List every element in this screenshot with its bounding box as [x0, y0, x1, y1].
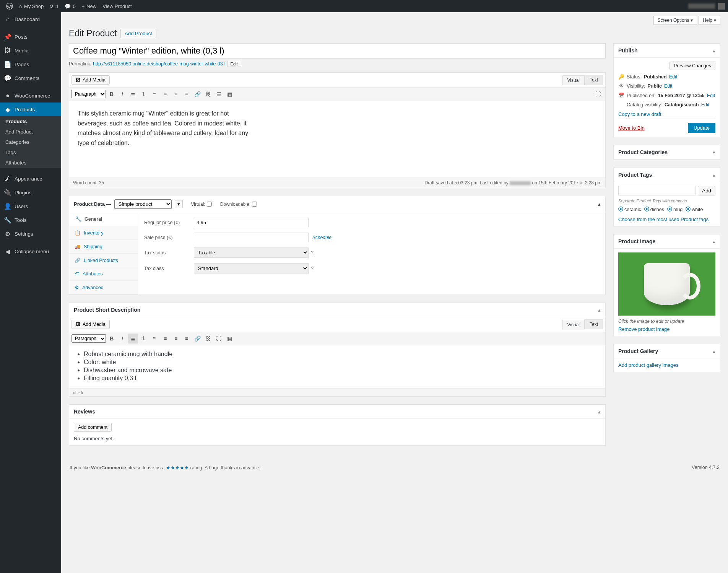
menu-woocommerce[interactable]: ●WooCommerce: [0, 89, 61, 103]
edit-status-link[interactable]: Edit: [669, 74, 678, 80]
tax-status-select[interactable]: Taxable: [194, 247, 309, 258]
link-button[interactable]: 🔗: [192, 89, 202, 99]
user-avatar[interactable]: [718, 3, 725, 10]
menu-comments[interactable]: 💬Comments: [0, 71, 61, 85]
menu-appearance[interactable]: 🖌Appearance: [0, 172, 61, 186]
toggle-icon[interactable]: [598, 409, 601, 415]
unlink-button[interactable]: ⛓: [203, 89, 213, 99]
pd-tab-general[interactable]: 🔧General: [69, 212, 138, 226]
permalink-edit-button[interactable]: Edit: [227, 61, 241, 67]
menu-tools[interactable]: 🔧Tools: [0, 213, 61, 227]
numbered-list-button[interactable]: ⒈: [139, 334, 149, 343]
tag-input[interactable]: [618, 186, 696, 195]
copy-draft-link[interactable]: Copy to a new draft: [618, 111, 715, 117]
rating-link[interactable]: ★★★★★: [166, 465, 189, 470]
menu-users[interactable]: 👤Users: [0, 199, 61, 213]
edit-catalog-link[interactable]: Edit: [701, 102, 710, 107]
edit-visibility-link[interactable]: Edit: [664, 83, 673, 89]
view-product-link[interactable]: View Product: [99, 0, 135, 12]
product-type-dropdown-button[interactable]: ▾: [175, 200, 183, 208]
remove-tag-icon[interactable]: ⓧ: [644, 206, 649, 213]
add-tag-button[interactable]: Add: [698, 186, 715, 195]
toggle-icon[interactable]: [713, 150, 715, 155]
submenu-attributes[interactable]: Attributes: [0, 158, 61, 168]
align-left-button[interactable]: ≡: [160, 89, 170, 99]
update-button[interactable]: Update: [688, 123, 715, 133]
italic-button[interactable]: I: [117, 89, 127, 99]
bold-button[interactable]: B: [107, 89, 117, 99]
bold-button[interactable]: B: [107, 334, 117, 343]
tax-class-select[interactable]: Standard: [194, 263, 309, 273]
toggle-icon[interactable]: [713, 348, 715, 354]
add-media-button[interactable]: 🖼Add Media: [72, 75, 110, 85]
align-center-button[interactable]: ≡: [171, 89, 181, 99]
align-right-button[interactable]: ≡: [182, 89, 192, 99]
pd-tab-shipping[interactable]: 🚚Shipping: [69, 240, 138, 254]
menu-pages[interactable]: 📄Pages: [0, 57, 61, 71]
submenu-products-list[interactable]: Products: [0, 116, 61, 127]
menu-dashboard[interactable]: ⌂Dashboard: [0, 12, 61, 26]
menu-collapse[interactable]: ◀Collapse menu: [0, 244, 61, 258]
short-desc-add-media-button[interactable]: 🖼Add Media: [72, 320, 110, 329]
choose-tags-link[interactable]: Choose from the most used Product tags: [618, 217, 708, 222]
toolbar-toggle-button[interactable]: ▦: [224, 89, 234, 99]
link-button[interactable]: 🔗: [192, 334, 202, 343]
short-desc-visual-tab[interactable]: Visual: [562, 320, 585, 330]
new-content[interactable]: +New: [79, 0, 100, 12]
permalink-link[interactable]: http://s611185050.online.de/shop/coffee-…: [93, 61, 226, 67]
toggle-icon[interactable]: [713, 48, 715, 54]
short-desc-content-area[interactable]: Robust ceramic mug with handleColor: whi…: [69, 345, 605, 388]
blockquote-button[interactable]: ❝: [150, 89, 159, 99]
paragraph-select[interactable]: Paragraph: [72, 334, 106, 343]
submenu-add-product[interactable]: Add Product: [0, 127, 61, 137]
help-tab[interactable]: Help ▾: [699, 16, 720, 25]
italic-button[interactable]: I: [117, 334, 127, 343]
blockquote-button[interactable]: ❝: [150, 334, 159, 343]
unlink-button[interactable]: ⛓: [203, 334, 213, 343]
fullscreen-button[interactable]: ⛶: [214, 334, 224, 343]
preview-changes-button[interactable]: Preview Changes: [670, 62, 715, 70]
align-left-button[interactable]: ≡: [160, 334, 170, 343]
submenu-categories[interactable]: Categories: [0, 137, 61, 147]
help-icon[interactable]: ?: [311, 250, 314, 256]
pd-tab-advanced[interactable]: ⚙Advanced: [69, 281, 138, 295]
product-type-select[interactable]: Simple product: [114, 199, 172, 209]
toggle-icon[interactable]: [713, 239, 715, 244]
pd-tab-inventory[interactable]: 📋Inventory: [69, 226, 138, 240]
fullscreen-button[interactable]: ⛶: [593, 89, 603, 99]
short-desc-text-tab[interactable]: Text: [585, 319, 603, 329]
add-product-button[interactable]: Add Product: [120, 29, 156, 38]
editor-content-area[interactable]: This stylish ceramic mug "Winter" editio…: [69, 101, 268, 177]
screen-options-tab[interactable]: Screen Options ▾: [653, 16, 697, 25]
menu-media[interactable]: 🖼Media: [0, 44, 61, 57]
help-icon[interactable]: ?: [311, 265, 314, 271]
move-to-bin-link[interactable]: Move to Bin: [618, 125, 645, 131]
remove-tag-icon[interactable]: ⓧ: [686, 206, 691, 213]
toggle-icon[interactable]: [598, 307, 601, 313]
pd-tab-attributes[interactable]: 🏷Attributes: [69, 267, 138, 281]
add-gallery-images-link[interactable]: Add product gallery images: [618, 362, 679, 368]
numbered-list-button[interactable]: ⒈: [139, 89, 149, 99]
menu-plugins[interactable]: 🔌Plugins: [0, 186, 61, 199]
toggle-icon[interactable]: [598, 201, 601, 207]
remove-tag-icon[interactable]: ⓧ: [667, 206, 672, 213]
bullet-list-button[interactable]: ≣: [128, 89, 138, 99]
toolbar-toggle-button[interactable]: ▦: [224, 334, 234, 343]
readmore-button[interactable]: ☰: [214, 89, 224, 99]
bullet-list-button[interactable]: ≣: [128, 334, 138, 343]
menu-products[interactable]: ◆Products: [0, 103, 61, 116]
virtual-checkbox[interactable]: [207, 202, 212, 207]
downloadable-checkbox[interactable]: [252, 202, 257, 207]
comments-link[interactable]: 💬0: [62, 0, 78, 12]
align-center-button[interactable]: ≡: [171, 334, 181, 343]
updates-link[interactable]: ⟳1: [47, 0, 62, 12]
submenu-tags[interactable]: Tags: [0, 147, 61, 158]
editor-text-tab[interactable]: Text: [585, 75, 603, 85]
toggle-icon[interactable]: [713, 172, 715, 178]
wp-logo[interactable]: [3, 0, 16, 12]
product-image-thumbnail[interactable]: [618, 252, 715, 316]
menu-settings[interactable]: ⚙Settings: [0, 227, 61, 241]
pd-tab-linked[interactable]: 🔗Linked Products: [69, 254, 138, 267]
edit-date-link[interactable]: Edit: [707, 93, 715, 98]
menu-posts[interactable]: 📌Posts: [0, 30, 61, 44]
